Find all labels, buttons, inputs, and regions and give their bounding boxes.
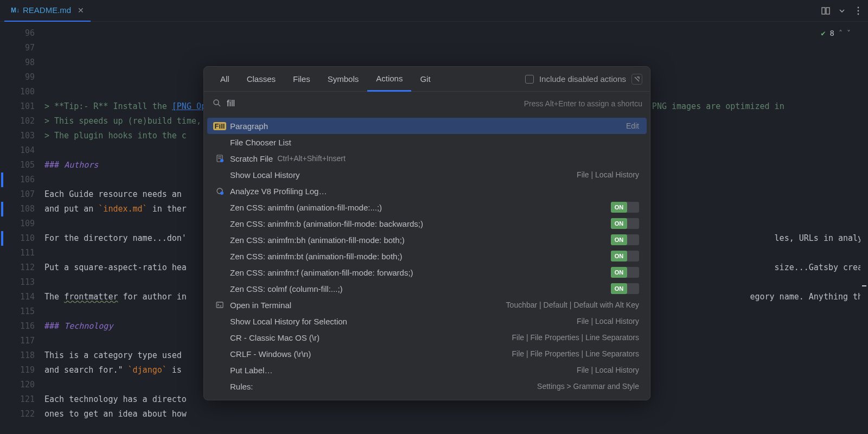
result-label: Zen CSS: animfm:bh (animation-fill-mode:… <box>230 235 605 245</box>
result-path: File | File Properties | Line Separators <box>512 333 640 342</box>
svg-point-10 <box>220 159 224 162</box>
include-disabled-checkbox[interactable] <box>525 75 534 84</box>
result-path: Touchbar | Default | Default with Alt Ke… <box>506 301 639 309</box>
popup-tab-classes[interactable]: Classes <box>238 67 284 92</box>
line-number: 101 <box>0 99 35 114</box>
result-label: Open in Terminal <box>230 301 501 310</box>
result-label: Paragraph <box>230 122 621 131</box>
result-row[interactable]: CR - Classic Mac OS (\r)File | File Prop… <box>207 329 647 346</box>
scratch-icon <box>215 154 225 163</box>
line-number: 98 <box>0 55 35 70</box>
code-line: ones to get an idea about how <box>44 407 860 422</box>
result-path: File | Local History <box>577 317 639 326</box>
chevron-up-icon[interactable]: ˄ <box>839 26 843 41</box>
result-row[interactable]: Show Local HistoryFile | Local History <box>207 167 647 183</box>
result-row[interactable]: CRLF - Windows (\r\n)File | File Propert… <box>207 346 647 362</box>
popup-tab-files[interactable]: Files <box>284 67 319 92</box>
toggle-switch[interactable]: ON <box>611 234 639 245</box>
problems-count: 8 <box>830 26 834 41</box>
result-label: Zen CSS: animfm:f (animation-fill-mode: … <box>230 268 605 277</box>
gutter-mark <box>1 202 3 216</box>
pin-icon[interactable] <box>631 74 642 85</box>
line-number: 99 <box>0 70 35 85</box>
blank-icon <box>215 333 225 342</box>
line-number: 96 <box>0 26 35 41</box>
line-number: 122 <box>0 407 35 422</box>
badge-icon: Fill <box>215 121 225 131</box>
line-number: 104 <box>0 143 35 158</box>
line-number: 105 <box>0 158 35 173</box>
result-row[interactable]: Put Label…File | Local History <box>207 362 647 378</box>
line-gutter: 9697989910010110210310410510610710810911… <box>0 22 44 434</box>
toggle-switch[interactable]: ON <box>611 251 639 261</box>
result-row[interactable]: Rules:Settings > Grammar and Style <box>207 378 647 394</box>
result-row[interactable]: Zen CSS: animfm:f (animation-fill-mode: … <box>207 264 647 280</box>
result-label: File Chooser List <box>230 138 639 147</box>
result-label: Show Local History for Selection <box>230 317 571 326</box>
result-row[interactable]: FillParagraphEdit <box>207 118 647 134</box>
result-row[interactable]: Zen CSS: animfm:bt (animation-fill-mode:… <box>207 248 647 264</box>
blank-icon <box>215 316 225 326</box>
close-icon[interactable]: ✕ <box>78 6 84 15</box>
result-row[interactable]: Zen CSS: colmf (column-fill:...;)ON <box>207 280 647 297</box>
result-label: CR - Classic Mac OS (\r) <box>230 333 507 342</box>
toggle-switch[interactable]: ON <box>611 218 639 229</box>
term-icon <box>215 300 225 310</box>
problems-widget[interactable]: ✔ 8 ˄ ˅ <box>821 26 851 41</box>
error-stripe[interactable] <box>860 22 868 434</box>
chevron-down-icon[interactable] <box>837 5 847 16</box>
result-row[interactable]: Zen CSS: animfm:b (animation-fill-mode: … <box>207 215 647 232</box>
popup-tab-git[interactable]: Git <box>411 67 439 92</box>
reader-mode-icon[interactable] <box>820 5 831 16</box>
popup-tab-bar: AllClassesFilesSymbolsActionsGit Include… <box>204 67 650 92</box>
line-number: 103 <box>0 129 35 143</box>
svg-rect-0 <box>822 8 825 14</box>
toggle-switch[interactable]: ON <box>611 283 639 294</box>
line-number: 115 <box>0 304 35 319</box>
blank-icon <box>215 365 225 375</box>
popup-tab-actions[interactable]: Actions <box>367 67 411 92</box>
line-number: 113 <box>0 275 35 290</box>
result-path: File | Local History <box>577 366 639 374</box>
result-label: Scratch FileCtrl+Alt+Shift+Insert <box>230 154 639 163</box>
line-number: 107 <box>0 187 35 202</box>
gutter-mark <box>1 173 3 187</box>
blank-icon <box>215 235 225 245</box>
result-row[interactable]: File Chooser List <box>207 134 647 150</box>
search-everywhere-popup: AllClassesFilesSymbolsActionsGit Include… <box>203 66 650 400</box>
line-number: 108 <box>0 202 35 216</box>
line-number: 119 <box>0 363 35 378</box>
line-number: 97 <box>0 41 35 55</box>
popup-search-row: Press Alt+Enter to assign a shortcu <box>204 92 650 116</box>
shortcut-label: Ctrl+Alt+Shift+Insert <box>277 154 346 163</box>
blank-icon <box>215 267 225 277</box>
line-number: 112 <box>0 260 35 275</box>
result-row[interactable]: Open in TerminalTouchbar | Default | Def… <box>207 297 647 313</box>
result-row[interactable]: Scratch FileCtrl+Alt+Shift+Insert <box>207 150 647 167</box>
markdown-icon: M↓ <box>11 7 20 14</box>
result-row[interactable]: Zen CSS: animfm:bh (animation-fill-mode:… <box>207 232 647 248</box>
result-row[interactable]: Zen CSS: animfm (animation-fill-mode:...… <box>207 199 647 215</box>
search-input[interactable] <box>227 99 519 108</box>
line-number: 117 <box>0 334 35 348</box>
result-row[interactable]: Show Local History for SelectionFile | L… <box>207 313 647 329</box>
result-row[interactable]: Analyze V8 Profiling Log… <box>207 183 647 199</box>
editor-tab-readme[interactable]: M↓ README.md ✕ <box>4 0 91 22</box>
svg-rect-13 <box>216 302 223 308</box>
line-number: 121 <box>0 392 35 407</box>
chevron-down-icon[interactable]: ˅ <box>847 26 851 41</box>
svg-rect-1 <box>826 8 829 14</box>
result-label: Analyze V8 Profiling Log… <box>230 187 639 196</box>
stripe-marker[interactable] <box>862 285 866 286</box>
kebab-menu-icon[interactable] <box>853 5 864 16</box>
popup-tab-all[interactable]: All <box>212 67 238 92</box>
result-label: Put Label… <box>230 366 571 375</box>
popup-tab-symbols[interactable]: Symbols <box>319 67 368 92</box>
toggle-switch[interactable]: ON <box>611 202 639 213</box>
result-label: Zen CSS: animfm:bt (animation-fill-mode:… <box>230 252 605 261</box>
result-path: Edit <box>626 122 639 130</box>
toggle-switch[interactable]: ON <box>611 267 639 278</box>
result-label: Zen CSS: colmf (column-fill:...;) <box>230 284 605 293</box>
gutter-mark <box>1 231 3 246</box>
blank-icon <box>215 381 225 391</box>
